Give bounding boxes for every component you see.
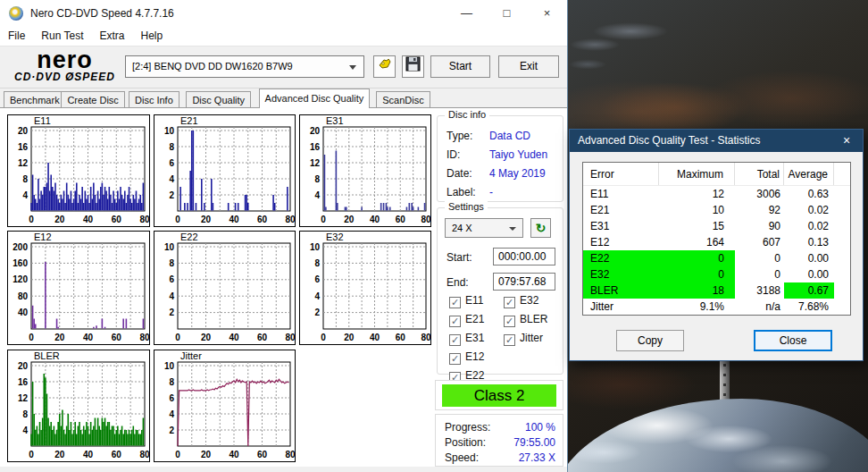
drive-select-value: [2:4] BENQ DVD DD DW1620 B7W9 bbox=[132, 61, 293, 72]
table-cell: 10 bbox=[659, 202, 735, 218]
svg-text:4: 4 bbox=[169, 409, 174, 419]
svg-text:10: 10 bbox=[310, 242, 321, 252]
svg-text:120: 120 bbox=[13, 274, 28, 284]
svg-text:Jitter: Jitter bbox=[180, 350, 202, 361]
table-cell: 0 bbox=[659, 266, 735, 282]
checkbox-e12[interactable]: ✓E12 bbox=[449, 350, 484, 363]
svg-text:8: 8 bbox=[314, 258, 320, 268]
window-title: Nero CD-DVD Speed 4.7.7.16 bbox=[30, 7, 174, 20]
statistics-dialog: Advanced Disc Quality Test - Statistics … bbox=[569, 129, 864, 361]
table-cell: 0.67 bbox=[784, 282, 834, 299]
svg-text:10: 10 bbox=[164, 361, 175, 371]
checkmark-icon: ✓ bbox=[449, 353, 461, 365]
table-row-e21: E2110920.02 bbox=[583, 202, 850, 218]
checkbox-e21[interactable]: ✓E21 bbox=[449, 313, 484, 325]
svg-text:12: 12 bbox=[18, 158, 29, 168]
table-cell: 12 bbox=[659, 186, 735, 202]
svg-text:16: 16 bbox=[18, 377, 29, 387]
checkbox-e31[interactable]: ✓E31 bbox=[449, 332, 484, 344]
table-row-e31: E3115900.02 bbox=[583, 218, 850, 234]
checkbox-bler[interactable]: ✓BLER bbox=[504, 313, 547, 325]
hand-icon bbox=[377, 56, 392, 72]
table-row-e11: E111230060.63 bbox=[583, 186, 850, 202]
close-button[interactable]: × bbox=[527, 0, 567, 27]
dialog-title: Advanced Disc Quality Test - Statistics bbox=[578, 134, 761, 147]
floppy-icon bbox=[405, 56, 421, 72]
tab-advanced-disc-quality[interactable]: Advanced Disc Quality bbox=[259, 88, 371, 108]
menu-item-run-test[interactable]: Run Test bbox=[33, 27, 91, 45]
svg-text:40: 40 bbox=[229, 450, 239, 459]
eject-button[interactable] bbox=[373, 55, 396, 78]
svg-text:E31: E31 bbox=[326, 115, 344, 126]
svg-text:0: 0 bbox=[321, 215, 326, 224]
checkbox-jitter[interactable]: ✓Jitter bbox=[504, 332, 543, 344]
start-label: Start: bbox=[447, 251, 472, 264]
menu-item-help[interactable]: Help bbox=[133, 27, 171, 45]
svg-text:8: 8 bbox=[169, 258, 174, 268]
dialog-title-bar[interactable]: Advanced Disc Quality Test - Statistics … bbox=[570, 130, 863, 152]
refresh-icon: ↻ bbox=[536, 221, 547, 235]
exit-button[interactable]: Exit bbox=[498, 55, 559, 78]
checkbox-e11[interactable]: ✓E11 bbox=[449, 294, 483, 307]
svg-text:80: 80 bbox=[421, 333, 430, 342]
disc-info-group: Disc info Type:Data CDID:Taiyo YudenDate… bbox=[437, 115, 563, 202]
table-header-row: ErrorMaximumTotalAverage bbox=[583, 163, 850, 186]
svg-text:4: 4 bbox=[314, 291, 320, 301]
checkbox-e32[interactable]: ✓E32 bbox=[504, 294, 538, 307]
column-header-maximum: Maximum bbox=[659, 163, 735, 185]
svg-text:4: 4 bbox=[169, 174, 174, 184]
svg-text:20: 20 bbox=[54, 215, 65, 224]
svg-text:0: 0 bbox=[29, 333, 34, 342]
tab-benchmark[interactable]: Benchmark bbox=[4, 91, 66, 108]
start-position-field[interactable]: 000:00.00 bbox=[493, 248, 555, 266]
svg-text:0: 0 bbox=[29, 215, 34, 224]
disc-info-row: ID:Taiyo Yuden bbox=[447, 148, 558, 161]
svg-text:0: 0 bbox=[175, 333, 180, 342]
dialog-close-button[interactable]: × bbox=[830, 130, 863, 152]
start-button[interactable]: Start bbox=[430, 55, 490, 78]
speed-select[interactable]: 24 X bbox=[445, 218, 523, 238]
svg-text:160: 160 bbox=[13, 258, 28, 268]
svg-text:0: 0 bbox=[175, 450, 180, 459]
progress-value: 79:55.00 bbox=[513, 436, 555, 449]
maximize-button[interactable]: □ bbox=[487, 0, 527, 27]
svg-text:12: 12 bbox=[310, 158, 321, 168]
checkbox-label: E11 bbox=[465, 294, 483, 307]
svg-text:8: 8 bbox=[22, 174, 28, 184]
menu-item-extra[interactable]: Extra bbox=[91, 27, 132, 45]
dialog-close-action-button[interactable]: Close bbox=[754, 330, 832, 351]
table-cell: E12 bbox=[583, 234, 659, 250]
svg-text:20: 20 bbox=[54, 450, 65, 459]
table-cell: 18 bbox=[659, 282, 735, 299]
svg-text:BLER: BLER bbox=[34, 350, 60, 361]
refresh-button[interactable]: ↻ bbox=[530, 218, 551, 238]
svg-text:8: 8 bbox=[22, 409, 28, 419]
svg-text:8: 8 bbox=[169, 142, 174, 152]
disc-info-value: Taiyo Yuden bbox=[489, 148, 547, 161]
tab-scandisc[interactable]: ScanDisc bbox=[376, 91, 430, 108]
tab-disc-info[interactable]: Disc Info bbox=[129, 91, 179, 108]
minimize-button[interactable]: — bbox=[447, 0, 487, 27]
svg-text:80: 80 bbox=[139, 450, 149, 459]
end-position-field[interactable]: 079:57.68 bbox=[493, 273, 555, 291]
settings-group: Settings 24 X ↻ Start: 000:00.00 End: 07… bbox=[437, 207, 563, 375]
svg-text:20: 20 bbox=[310, 126, 321, 136]
disc-info-label: ID: bbox=[447, 148, 460, 161]
table-cell: 607 bbox=[735, 234, 784, 250]
save-button[interactable] bbox=[402, 55, 424, 78]
copy-button[interactable]: Copy bbox=[616, 330, 684, 351]
checkbox-label: E12 bbox=[465, 350, 484, 363]
svg-text:6: 6 bbox=[314, 274, 320, 284]
checkbox-label: E32 bbox=[520, 294, 538, 307]
drive-select[interactable]: [2:4] BENQ DVD DD DW1620 B7W9 bbox=[125, 55, 364, 78]
app-icon bbox=[9, 6, 23, 21]
chart-e32: 246810020406080E32 bbox=[299, 231, 431, 345]
menu-item-file[interactable]: File bbox=[0, 27, 33, 45]
tab-disc-quality[interactable]: Disc Quality bbox=[186, 91, 251, 108]
tab-create-disc[interactable]: Create Disc bbox=[61, 91, 124, 108]
table-cell-filler bbox=[834, 266, 850, 282]
table-cell: 92 bbox=[735, 202, 784, 218]
svg-text:2: 2 bbox=[169, 190, 174, 200]
table-cell: E32 bbox=[583, 266, 659, 282]
progress-box: Progress:100 %Position:79:55.00Speed:27.… bbox=[435, 414, 563, 467]
